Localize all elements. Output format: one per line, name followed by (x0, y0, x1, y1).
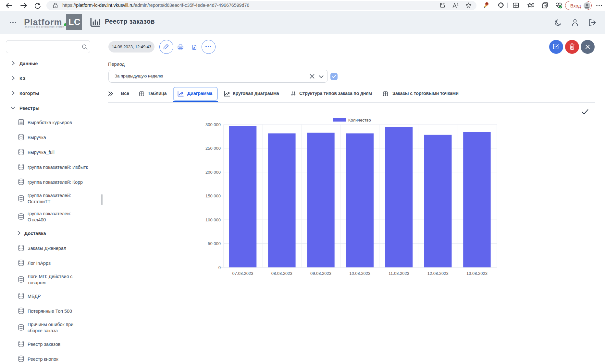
svg-text:10.08.2023: 10.08.2023 (349, 271, 370, 276)
svg-text:09.08.2023: 09.08.2023 (310, 271, 331, 276)
svg-text:50 000: 50 000 (208, 241, 221, 246)
svg-text:200 000: 200 000 (205, 170, 221, 175)
svg-text:150 000: 150 000 (205, 194, 221, 198)
svg-text:Количество: Количество (348, 118, 371, 123)
svg-text:250 000: 250 000 (205, 146, 221, 151)
svg-text:300 000: 300 000 (205, 122, 221, 127)
svg-text:08.08.2023: 08.08.2023 (271, 271, 292, 276)
svg-text:11.08.2023: 11.08.2023 (389, 271, 409, 276)
svg-text:12.08.2023: 12.08.2023 (427, 271, 449, 276)
svg-text:0: 0 (218, 265, 221, 270)
svg-text:07.08.2023: 07.08.2023 (232, 271, 253, 276)
svg-text:13.08.2023: 13.08.2023 (466, 271, 488, 276)
svg-text:100 000: 100 000 (205, 217, 221, 222)
